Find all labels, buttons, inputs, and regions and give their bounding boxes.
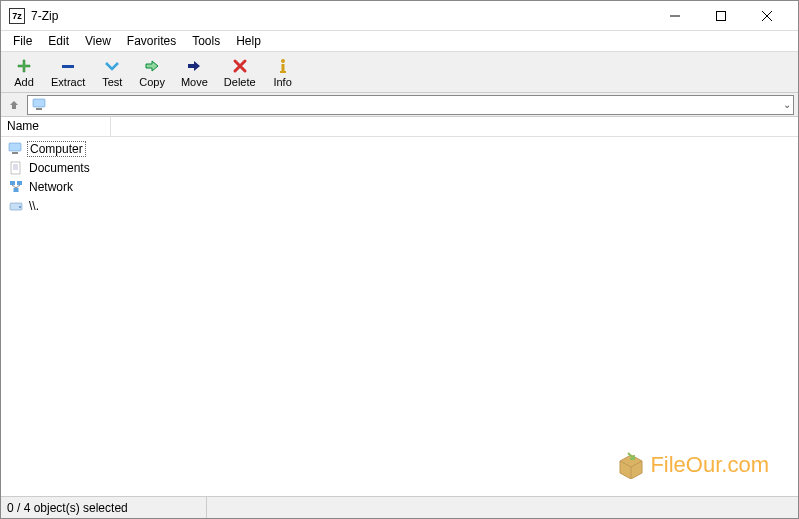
plus-icon (16, 57, 32, 75)
maximize-button[interactable] (698, 1, 744, 31)
test-button[interactable]: Test (93, 55, 131, 90)
svg-rect-16 (10, 181, 15, 185)
menu-favorites[interactable]: Favorites (119, 32, 184, 50)
column-header: Name (1, 117, 798, 137)
menu-view[interactable]: View (77, 32, 119, 50)
file-list[interactable]: Computer Documents Network \\. (1, 137, 798, 496)
drive-icon (7, 198, 25, 214)
file-label: Network (27, 180, 75, 194)
window-title: 7-Zip (31, 9, 652, 23)
info-button[interactable]: Info (264, 55, 302, 90)
svg-rect-9 (36, 108, 42, 110)
move-button[interactable]: Move (173, 55, 216, 90)
svg-rect-12 (11, 162, 20, 174)
addressbar: ⌄ (1, 93, 798, 117)
check-down-icon (104, 57, 120, 75)
svg-point-22 (19, 206, 21, 208)
arrow-right-icon (186, 57, 202, 75)
arrow-right-outline-icon (144, 57, 160, 75)
copy-label: Copy (139, 76, 165, 88)
app-icon: 7z (9, 8, 25, 24)
extract-label: Extract (51, 76, 85, 88)
move-label: Move (181, 76, 208, 88)
info-icon (275, 57, 291, 75)
menu-help[interactable]: Help (228, 32, 269, 50)
test-label: Test (102, 76, 122, 88)
status-text: 0 / 4 object(s) selected (7, 497, 207, 518)
menu-tools[interactable]: Tools (184, 32, 228, 50)
menu-file[interactable]: File (5, 32, 40, 50)
delete-button[interactable]: Delete (216, 55, 264, 90)
svg-rect-10 (9, 143, 21, 151)
svg-rect-18 (14, 188, 19, 192)
svg-rect-17 (17, 181, 22, 185)
file-item-network[interactable]: Network (5, 177, 794, 196)
toolbar: Add Extract Test Copy Move Delete Info (1, 51, 798, 93)
svg-rect-6 (281, 64, 284, 72)
network-icon (7, 179, 25, 195)
menubar: File Edit View Favorites Tools Help (1, 31, 798, 51)
x-icon (232, 57, 248, 75)
window-controls (652, 1, 790, 31)
svg-line-20 (16, 185, 20, 188)
close-icon (762, 11, 772, 21)
svg-rect-8 (33, 99, 45, 107)
computer-icon (32, 98, 48, 112)
file-item-documents[interactable]: Documents (5, 158, 794, 177)
up-arrow-icon (8, 99, 20, 111)
minimize-button[interactable] (652, 1, 698, 31)
add-label: Add (14, 76, 34, 88)
delete-label: Delete (224, 76, 256, 88)
statusbar: 0 / 4 object(s) selected (1, 496, 798, 518)
dropdown-icon[interactable]: ⌄ (783, 99, 791, 110)
add-button[interactable]: Add (5, 55, 43, 90)
up-button[interactable] (5, 96, 23, 114)
menu-edit[interactable]: Edit (40, 32, 77, 50)
content-area: Name Computer Documents Network \\. (1, 117, 798, 496)
svg-line-19 (12, 185, 16, 188)
svg-point-5 (281, 59, 285, 63)
svg-rect-11 (12, 152, 18, 154)
address-combo[interactable]: ⌄ (27, 95, 794, 115)
close-button[interactable] (744, 1, 790, 31)
file-label: Documents (27, 161, 92, 175)
titlebar: 7z 7-Zip (1, 1, 798, 31)
file-label: Computer (27, 141, 86, 157)
file-label: \\. (27, 199, 41, 213)
file-item-computer[interactable]: Computer (5, 139, 794, 158)
extract-button[interactable]: Extract (43, 55, 93, 90)
minimize-icon (670, 11, 680, 21)
svg-rect-4 (62, 65, 74, 68)
svg-rect-7 (280, 71, 286, 73)
svg-rect-1 (717, 11, 726, 20)
maximize-icon (716, 11, 726, 21)
column-name[interactable]: Name (1, 117, 111, 136)
info-label: Info (273, 76, 291, 88)
document-icon (7, 160, 25, 176)
file-item-root[interactable]: \\. (5, 196, 794, 215)
minus-icon (60, 57, 76, 75)
copy-button[interactable]: Copy (131, 55, 173, 90)
computer-icon (7, 141, 25, 157)
